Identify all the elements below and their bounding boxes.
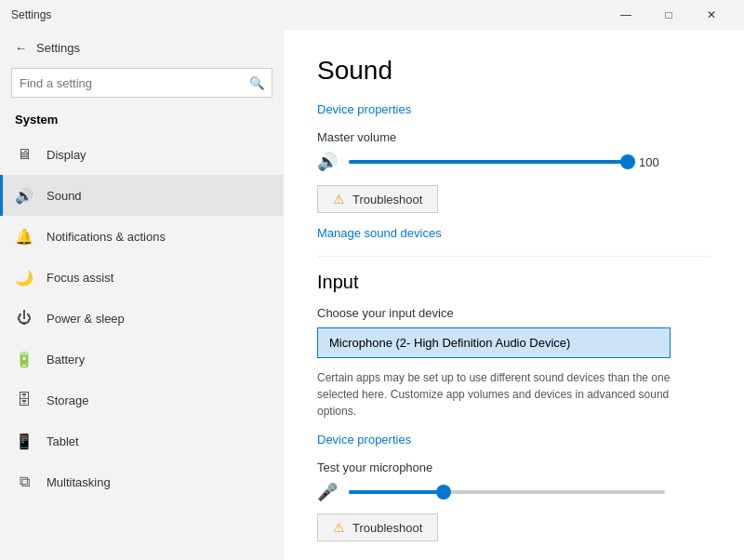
sidebar-item-tablet[interactable]: 📱Tablet [0,420,284,461]
power-icon: ⏻ [15,309,33,327]
warning-icon: ⚠ [333,192,345,207]
volume-thumb[interactable] [620,154,635,169]
troubleshoot-label-2: Troubleshoot [352,521,422,535]
close-button[interactable]: ✕ [690,0,733,30]
search-button[interactable]: 🔍 [242,68,272,98]
volume-fill [349,160,628,164]
back-arrow-icon: ← [15,41,27,55]
sidebar-item-power[interactable]: ⏻Power & sleep [0,298,284,339]
mic-row: 🎤 [317,482,711,502]
tablet-icon: 📱 [15,432,33,450]
notifications-icon: 🔔 [15,227,33,246]
sidebar-item-display[interactable]: 🖥Display [0,134,284,175]
search-icon: 🔍 [249,76,265,90]
sidebar-item-label-sound: Sound [46,189,82,203]
volume-slider[interactable] [349,160,628,164]
sidebar-item-storage[interactable]: 🗄Storage [0,380,284,420]
search-box: 🔍 [11,68,272,98]
device-properties-link[interactable]: Device properties [317,102,411,116]
display-icon: 🖥 [15,145,33,164]
sidebar-item-battery[interactable]: 🔋Battery [0,339,284,380]
sidebar-item-focus[interactable]: 🌙Focus assist [0,257,284,298]
input-title: Input [317,272,711,293]
minimize-button[interactable]: — [604,0,647,30]
troubleshoot-label: Troubleshoot [352,193,422,207]
back-label: Settings [36,41,80,55]
sidebar-item-label-notifications: Notifications & actions [46,230,166,244]
titlebar-title: Settings [11,8,604,21]
input-device-dropdown[interactable]: Microphone (2- High Definition Audio Dev… [317,327,671,358]
troubleshoot-button-2[interactable]: ⚠ Troubleshoot [317,513,438,541]
volume-icon: 🔊 [317,152,338,172]
sound-icon: 🔊 [15,186,33,205]
focus-icon: 🌙 [15,268,33,287]
sidebar-item-multitasking[interactable]: ⧉Multitasking [0,461,284,502]
sidebar-item-label-power: Power & sleep [46,312,125,326]
sidebar-item-label-multitasking: Multitasking [46,475,111,489]
content-area: Sound Device properties Master volume 🔊 … [284,30,744,560]
section-divider [317,256,711,257]
sidebar: ← Settings 🔍 System 🖥Display🔊Sound🔔Notif… [0,30,284,560]
app-container: ← Settings 🔍 System 🖥Display🔊Sound🔔Notif… [0,30,744,560]
sidebar-item-label-battery: Battery [46,353,85,367]
back-button[interactable]: ← Settings [0,33,284,62]
titlebar: Settings — □ ✕ [0,0,744,30]
sidebar-item-label-storage: Storage [46,393,89,407]
warning-icon-2: ⚠ [333,520,345,535]
mic-level-fill [349,490,444,494]
master-volume-label: Master volume [317,130,711,144]
sidebar-item-label-focus: Focus assist [46,271,113,285]
input-device-label: Choose your input device [317,306,711,320]
maximize-button[interactable]: □ [647,0,690,30]
search-input[interactable] [12,76,242,90]
titlebar-controls: — □ ✕ [604,0,733,30]
volume-row: 🔊 100 [317,152,711,172]
device-properties-link-2[interactable]: Device properties [317,433,411,447]
page-title: Sound [317,56,711,86]
manage-sound-devices-link[interactable]: Manage sound devices [317,226,442,240]
battery-icon: 🔋 [15,350,33,368]
sidebar-section-label: System [0,107,284,134]
storage-icon: 🗄 [15,391,33,409]
volume-value: 100 [639,155,667,169]
sidebar-item-label-tablet: Tablet [46,434,79,448]
troubleshoot-button[interactable]: ⚠ Troubleshoot [317,185,438,213]
sidebar-item-notifications[interactable]: 🔔Notifications & actions [0,216,284,257]
sidebar-item-label-display: Display [46,148,86,162]
mic-level-thumb[interactable] [436,485,451,500]
multitasking-icon: ⧉ [15,473,33,491]
input-device-value: Microphone (2- High Definition Audio Dev… [329,336,570,350]
sidebar-items-container: 🖥Display🔊Sound🔔Notifications & actions🌙F… [0,134,284,502]
test-mic-label: Test your microphone [317,460,711,474]
microphone-icon: 🎤 [317,482,338,502]
sidebar-item-sound[interactable]: 🔊Sound [0,175,284,216]
info-text: Certain apps may be set up to use differ… [317,369,711,420]
mic-level-slider[interactable] [349,490,665,494]
